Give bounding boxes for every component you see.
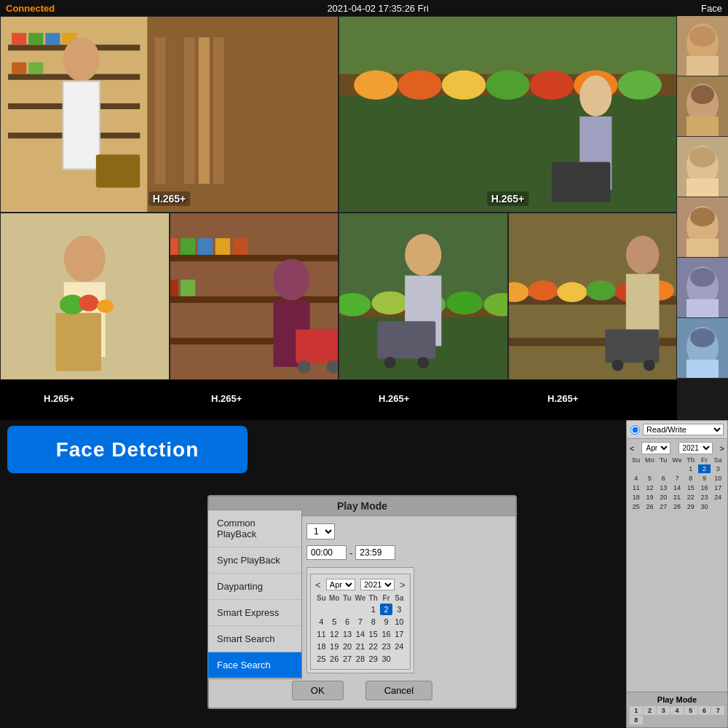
cal-grid: Su Mo Tu We Th Fr Sa 1 2 3 (315, 593, 405, 665)
cal-day-5[interactable]: 5 (328, 616, 341, 628)
cal-day-9[interactable]: 9 (380, 616, 392, 628)
svg-point-27 (442, 71, 486, 100)
cal-prev-btn[interactable]: < (315, 579, 321, 590)
cal-day-11[interactable]: 11 (315, 628, 328, 640)
datetime-display: 2021-04-02 17:35:26 Fri (327, 3, 428, 14)
cal-day-26[interactable]: 26 (328, 653, 341, 665)
cal-day-18[interactable]: 18 (315, 641, 328, 652)
sidebar-item-sync-playback[interactable]: Sync PlayBack (208, 547, 301, 574)
face-thumb-4[interactable] (677, 197, 728, 258)
svg-point-93 (691, 85, 714, 104)
cal-day-13[interactable]: 13 (341, 628, 354, 640)
svg-point-70 (384, 357, 396, 368)
cal-day-24[interactable]: 24 (393, 641, 405, 652)
cal-day-25[interactable]: 25 (315, 653, 328, 665)
svg-point-85 (612, 360, 623, 371)
pm-cell-6[interactable]: 6 (698, 706, 711, 715)
cal-day-19[interactable]: 19 (328, 641, 341, 652)
cal-day-22[interactable]: 22 (367, 641, 379, 652)
svg-point-65 (446, 291, 483, 314)
sidebar-item-dayparting[interactable]: Dayparting (208, 574, 301, 600)
svg-rect-56 (296, 330, 338, 363)
cal-month-select[interactable]: Apr (326, 579, 355, 590)
cal-day-8[interactable]: 8 (367, 616, 379, 628)
camera-cell-2: H.265+ (339, 16, 677, 213)
svg-point-105 (690, 268, 715, 287)
readwrite-radio[interactable] (630, 425, 640, 435)
pm-cell-4[interactable]: 4 (670, 706, 684, 715)
svg-rect-14 (63, 82, 100, 170)
rp-cal-next[interactable]: > (720, 444, 724, 453)
cal-day-23[interactable]: 23 (380, 641, 392, 652)
period-end-input[interactable] (355, 545, 395, 560)
cal-day-27[interactable]: 27 (341, 653, 354, 665)
sidebar-item-face-search[interactable]: Face Search (208, 652, 301, 678)
svg-point-79 (586, 280, 616, 300)
pm-cell-5[interactable]: 5 (684, 706, 697, 715)
ok-button[interactable]: OK (292, 681, 344, 700)
svg-rect-106 (687, 299, 719, 318)
rp-cal-year-select[interactable]: 2021 (678, 442, 713, 454)
svg-point-13 (63, 37, 100, 81)
cal-day-7[interactable]: 7 (354, 616, 366, 628)
svg-rect-45 (170, 296, 339, 303)
pm-cell-3[interactable]: 3 (657, 706, 670, 715)
cam6-bg (509, 213, 677, 379)
svg-point-63 (372, 291, 408, 314)
svg-rect-34 (552, 162, 611, 202)
face-thumb-2[interactable] (677, 76, 728, 137)
cancel-button[interactable]: Cancel (365, 681, 432, 700)
cal-next-btn[interactable]: > (400, 579, 405, 590)
face-thumb-1[interactable] (677, 16, 728, 76)
svg-rect-44 (170, 255, 339, 261)
rp-cal-prev[interactable]: < (630, 444, 634, 453)
cal-day-20[interactable]: 20 (341, 641, 354, 652)
pm-cell-7[interactable]: 7 (711, 706, 724, 715)
svg-point-26 (398, 71, 442, 100)
readwrite-select[interactable]: Read/Write (643, 424, 724, 435)
cal-day-17[interactable]: 17 (393, 628, 405, 640)
cal-day-4[interactable]: 4 (315, 616, 328, 628)
sidebar-item-smart-search[interactable]: Smart Search (208, 626, 301, 652)
svg-rect-12 (28, 63, 43, 74)
svg-point-57 (297, 360, 310, 373)
channel-select[interactable]: 1 (306, 523, 335, 539)
cal-day-1[interactable]: 1 (367, 604, 379, 615)
pm-cell-2[interactable]: 2 (644, 706, 657, 715)
cal-day-2[interactable]: 2 (380, 604, 392, 615)
cal-day-6[interactable]: 6 (341, 616, 354, 628)
rp-play-mode-label: Play Mode (630, 695, 724, 704)
svg-rect-21 (213, 37, 224, 183)
cal-day-3[interactable]: 3 (393, 604, 405, 615)
cal-day-15[interactable]: 15 (367, 628, 379, 640)
svg-rect-47 (170, 238, 178, 255)
pm-cell-8[interactable]: 8 (630, 716, 643, 724)
face-detection-label: Face Detction (7, 426, 248, 473)
cal-year-select[interactable]: 2021 (360, 579, 395, 590)
camera-cell-3 (0, 213, 170, 380)
cal-day-10[interactable]: 10 (393, 616, 405, 628)
cal-day-12[interactable]: 12 (328, 628, 341, 640)
sidebar-item-common-playback[interactable]: Common PlayBack (208, 510, 301, 547)
cal-day-28[interactable]: 28 (354, 653, 366, 665)
svg-point-41 (97, 300, 114, 313)
cal-day-21[interactable]: 21 (354, 641, 366, 652)
face-thumb-3[interactable] (677, 137, 728, 197)
period-start-input[interactable] (306, 545, 347, 560)
cal-day-16[interactable]: 16 (380, 628, 392, 640)
sidebar-item-smart-express[interactable]: Smart Express (208, 600, 301, 626)
camera-cell-1: H.265+ (0, 16, 339, 213)
cal-header: < Apr 2021 > (315, 579, 405, 590)
cal-day-14[interactable]: 14 (354, 628, 366, 640)
rp-readwrite-row: Read/Write (627, 421, 727, 439)
cal-day-30[interactable]: 30 (380, 653, 392, 665)
svg-rect-50 (215, 238, 230, 255)
face-thumb-5[interactable] (677, 258, 728, 318)
rp-cal-month-select[interactable]: Apr (641, 442, 670, 454)
face-thumb-6[interactable] (677, 318, 728, 379)
pm-cell-1[interactable]: 1 (630, 706, 643, 715)
cal-day-29[interactable]: 29 (367, 653, 379, 665)
rp-day-2[interactable]: 2 (698, 464, 711, 473)
face-label: Face (701, 3, 722, 14)
cam3-codec-label: H.265+ (44, 393, 74, 404)
